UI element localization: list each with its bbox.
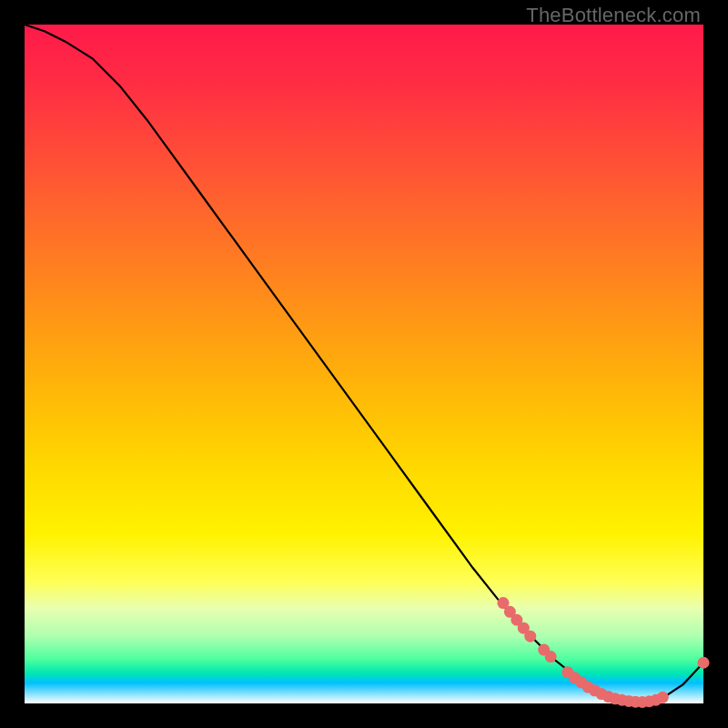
chart-svg <box>25 25 703 703</box>
data-point <box>657 692 669 703</box>
data-points-group <box>497 597 709 708</box>
data-point <box>698 657 710 669</box>
bottleneck-curve-line <box>25 25 703 703</box>
data-point <box>545 651 557 662</box>
chart-plot-area <box>25 25 703 703</box>
data-point <box>524 631 536 642</box>
